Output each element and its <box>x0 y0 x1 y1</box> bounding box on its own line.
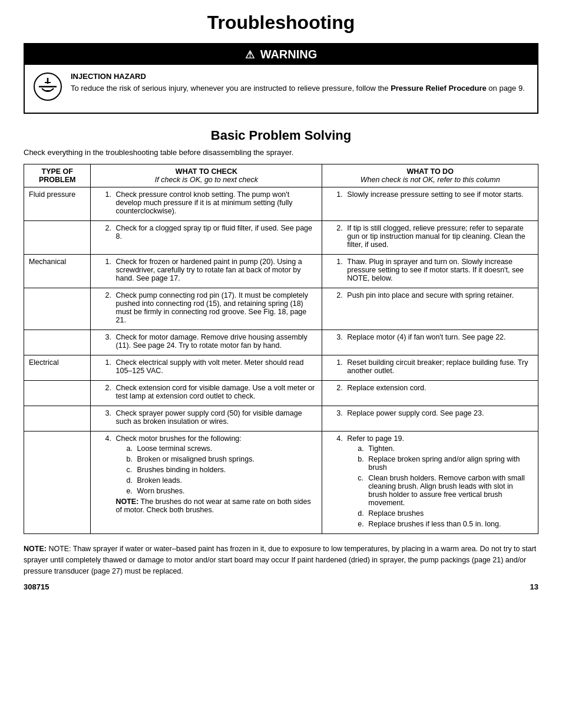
table-row: 3. Check sprayer power supply cord (50) … <box>24 406 538 431</box>
page-footer: 308715 13 <box>24 582 538 591</box>
what-to-check-2: 2. Check for a clogged spray tip or flui… <box>91 221 322 255</box>
problem-type-blank <box>24 221 91 255</box>
warning-box: ⚠ WARNING INJECTION HAZARD To reduce the… <box>24 43 538 114</box>
warning-header: ⚠ WARNING <box>25 44 537 65</box>
table-row: 2. Check for a clogged spray tip or flui… <box>24 221 538 255</box>
mech-do-3: 3. Replace motor (4) if fan won't turn. … <box>322 330 538 355</box>
elec-do-3: 3. Replace power supply cord. See page 2… <box>322 406 538 431</box>
elec-check-4: 4. Check motor brushes for the following… <box>91 431 322 534</box>
mech-check-1: 1. Check for frozen or hardened paint in… <box>91 255 322 288</box>
problem-mechanical-blank <box>24 288 91 330</box>
elec-do-2: 2. Replace extension cord. <box>322 381 538 406</box>
col-type-header: TYPE OF PROBLEM <box>24 164 91 187</box>
section-title: Basic Problem Solving <box>24 128 538 143</box>
troubleshooting-table: TYPE OF PROBLEM WHAT TO CHECK If check i… <box>24 164 538 534</box>
problem-electrical: Electrical <box>24 355 91 381</box>
warning-label: WARNING <box>260 48 318 61</box>
table-row: Mechanical 1. Check for frozen or harden… <box>24 255 538 288</box>
hazard-title: INJECTION HAZARD <box>71 71 525 83</box>
doc-number: 308715 <box>24 582 49 591</box>
col-check-header: WHAT TO CHECK If check is OK, go to next… <box>91 164 322 187</box>
table-row: Electrical 1. Check electrical supply wi… <box>24 355 538 381</box>
mech-do-1: 1. Thaw. Plug in sprayer and turn on. Sl… <box>322 255 538 288</box>
col-do-header: WHAT TO DO When check is not OK, refer t… <box>322 164 538 187</box>
table-row: 3. Check for motor damage. Remove drive … <box>24 330 538 355</box>
elec-check-3: 3. Check sprayer power supply cord (50) … <box>91 406 322 431</box>
warning-icon: ⚠ <box>245 48 254 61</box>
note-footer: NOTE: NOTE: Thaw sprayer if water or wat… <box>24 543 538 577</box>
problem-mechanical-blank2 <box>24 330 91 355</box>
intro-text: Check everything in the troubleshooting … <box>24 148 538 157</box>
mech-check-3: 3. Check for motor damage. Remove drive … <box>91 330 322 355</box>
table-row: 4. Check motor brushes for the following… <box>24 431 538 534</box>
problem-electrical-blank <box>24 381 91 406</box>
table-row: 2. Check pump connecting rod pin (17). I… <box>24 288 538 330</box>
problem-electrical-blank3 <box>24 431 91 534</box>
page-number: 13 <box>530 582 538 591</box>
page-title: Troubleshooting <box>24 12 538 34</box>
elec-do-4: 4. Refer to page 19. a. Tighten. b. Repl… <box>322 431 538 534</box>
elec-check-2: 2. Check extension cord for visible dama… <box>91 381 322 406</box>
what-to-check: 1. Check pressure control knob setting. … <box>91 187 322 221</box>
hazard-body: To reduce the risk of serious injury, wh… <box>71 83 525 94</box>
what-to-do: 1. Slowly increase pressure setting to s… <box>322 187 538 221</box>
what-to-do-2: 2. If tip is still clogged, relieve pres… <box>322 221 538 255</box>
table-row: 2. Check extension cord for visible dama… <box>24 381 538 406</box>
problem-electrical-blank2 <box>24 406 91 431</box>
problem-type: Fluid pressure <box>24 187 91 221</box>
table-row: Fluid pressure 1. Check pressure control… <box>24 187 538 221</box>
injection-hazard-icon <box>33 72 62 107</box>
mech-do-2: 2. Push pin into place and secure with s… <box>322 288 538 330</box>
elec-do-1: 1. Reset building circuit breaker; repla… <box>322 355 538 381</box>
warning-text: INJECTION HAZARD To reduce the risk of s… <box>71 71 525 94</box>
mech-check-2: 2. Check pump connecting rod pin (17). I… <box>91 288 322 330</box>
elec-check-1: 1. Check electrical supply with volt met… <box>91 355 322 381</box>
problem-mechanical: Mechanical <box>24 255 91 288</box>
warning-body: INJECTION HAZARD To reduce the risk of s… <box>25 65 537 113</box>
